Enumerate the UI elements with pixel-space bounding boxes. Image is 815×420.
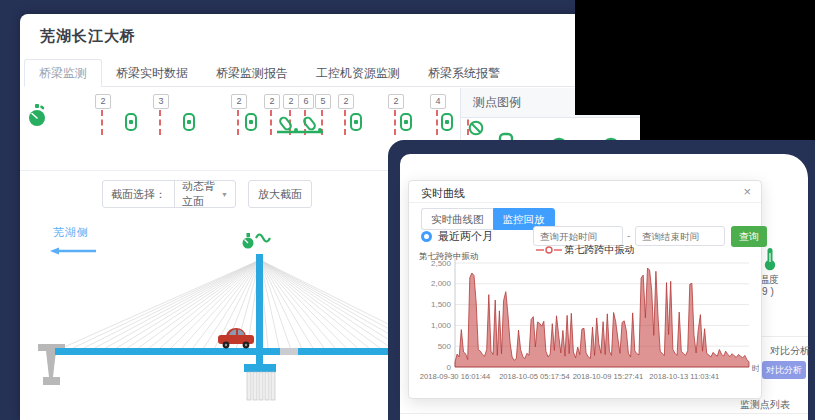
sensor-count-badge: 2 <box>264 94 280 109</box>
main-tabbar: 桥梁监测桥梁实时数据桥梁监测报告工控机资源监测桥梁系统报警 <box>24 59 636 87</box>
zoom-section-button[interactable]: 放大截面 <box>248 180 312 208</box>
dashed-marker <box>436 110 438 135</box>
sensor-count-badge: 2 <box>283 94 299 109</box>
dashed-marker <box>101 110 103 135</box>
radio-label: 最近两个月 <box>438 229 493 244</box>
svg-text:2018-10-13 11:03:41: 2018-10-13 11:03:41 <box>649 372 719 381</box>
dashed-marker <box>344 110 346 135</box>
link-sensor-icon[interactable] <box>441 113 453 135</box>
pier-cap <box>244 364 276 372</box>
temperature-label: 温度 <box>759 273 779 287</box>
sensor-count-badge: 2 <box>388 94 404 109</box>
screen: 芜湖长江大桥 桥梁监测桥梁实时数据桥梁监测报告工控机资源监测桥梁系统报警 视频监… <box>0 0 815 420</box>
wind-sensor-icon <box>256 235 270 242</box>
svg-text:时间: 时间 <box>752 364 759 373</box>
compare-analysis-button[interactable]: 对比分析 <box>762 361 806 379</box>
section-select-dropdown[interactable]: 动态背立面 ▼ <box>174 181 235 207</box>
dashed-marker <box>237 110 239 135</box>
bridge-pylon <box>256 254 263 366</box>
main-tab[interactable]: 桥梁系统报警 <box>414 60 514 86</box>
sensor-count-badge: 2 <box>231 94 247 109</box>
link-sensor-icon[interactable] <box>350 113 362 135</box>
sensor-count-badge: 4 <box>430 94 446 109</box>
compare-section-title: 对比分析 <box>770 344 810 358</box>
radio-last-two-months[interactable] <box>421 231 432 242</box>
divider <box>409 202 761 203</box>
chevron-down-icon: ▼ <box>221 191 228 198</box>
main-tab[interactable]: 桥梁实时数据 <box>102 60 202 86</box>
point-list-title: 监测点列表 <box>740 398 790 412</box>
link-sensor-icon[interactable] <box>245 113 257 135</box>
dashed-marker <box>270 110 272 135</box>
black-screen <box>640 0 815 152</box>
sensor-count-badge: 2 <box>338 94 354 109</box>
main-tab[interactable]: 桥梁监测 <box>24 59 102 87</box>
section-select-label: 截面选择： <box>103 187 174 202</box>
sensor-count-badge: 5 <box>315 94 331 109</box>
svg-text:2018-10-09 15:27:41: 2018-10-09 15:27:41 <box>573 372 644 381</box>
section-select-value: 动态背立面 <box>182 179 221 209</box>
anemometer-icon <box>243 233 254 249</box>
vibration-chart: 05001,0001,5002,0002,5002018-09-30 16:01… <box>417 251 759 387</box>
link-sensor-icon[interactable] <box>183 113 195 135</box>
svg-text:500: 500 <box>438 342 452 351</box>
sensor-count-badge: 2 <box>95 94 111 109</box>
pier-piles <box>247 372 275 400</box>
link-sensor-icon[interactable] <box>400 113 412 135</box>
main-tab[interactable]: 工控机资源监测 <box>302 60 414 86</box>
incline-sensor-icon[interactable] <box>276 113 324 140</box>
range-separator: - <box>627 230 630 241</box>
modal-title: 实时曲线 <box>421 186 465 201</box>
svg-text:第七跨跨中振动: 第七跨跨中振动 <box>419 251 479 261</box>
svg-text:1,000: 1,000 <box>431 321 452 330</box>
realtime-curve-modal: 实时曲线 × 实时曲线图监控回放 最近两个月 - 查询 第七跨跨中振动 0500… <box>408 180 762 399</box>
svg-text:2018-10-05 05:17:54: 2018-10-05 05:17:54 <box>499 372 570 381</box>
sensor-count-badge: 6 <box>298 94 314 109</box>
sensor-count-badge: 3 <box>153 94 169 109</box>
main-tab[interactable]: 桥梁监测报告 <box>202 60 302 86</box>
svg-text:1,500: 1,500 <box>431 300 452 309</box>
svg-text:2018-09-30 16:01:44: 2018-09-30 16:01:44 <box>420 372 491 381</box>
section-select-group: 截面选择： 动态背立面 ▼ <box>102 180 236 208</box>
page-title: 芜湖长江大桥 <box>40 27 136 46</box>
thermometer-icon[interactable] <box>763 247 777 275</box>
divider <box>400 413 808 414</box>
link-sensor-icon[interactable] <box>125 113 137 135</box>
svg-text:2,000: 2,000 <box>431 279 452 288</box>
anemometer-icon[interactable] <box>28 104 46 132</box>
svg-text:0: 0 <box>447 363 452 372</box>
deck-joint <box>280 348 298 355</box>
close-icon[interactable]: × <box>743 184 751 199</box>
dashed-marker <box>394 110 396 135</box>
dashed-marker <box>159 110 161 135</box>
